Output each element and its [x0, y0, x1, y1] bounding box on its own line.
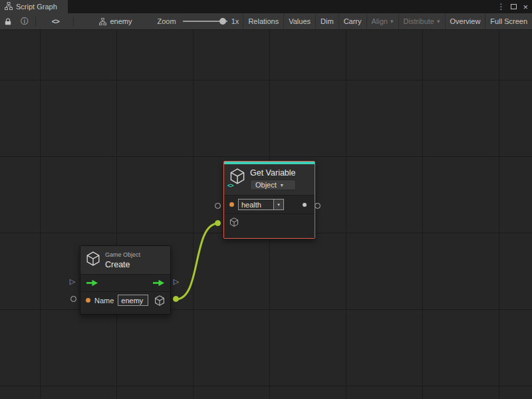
- game-object-cube-icon: [229, 217, 239, 227]
- node-footer: [224, 229, 315, 238]
- toolbar-buttons: Relations Values Dim Carry Align▾ Distri…: [243, 13, 532, 29]
- graph-toolbar: ⓘ <> enemy Zoom 1x Relations Values Dim …: [0, 13, 532, 30]
- get-variable-header: <> Get Variable Object ▾: [224, 164, 315, 195]
- node-title: Get Variable: [250, 168, 296, 178]
- zoom-value: 1x: [231, 17, 239, 25]
- value-port-indicator: [86, 298, 90, 303]
- variable-scope-dropdown[interactable]: Object ▾: [250, 180, 296, 190]
- chevron-down-icon: ▾: [277, 202, 280, 207]
- game-object-output-icon: [154, 295, 165, 306]
- create-object-output-port[interactable]: [173, 296, 179, 302]
- game-object-cube-icon: [86, 251, 100, 269]
- chevron-down-icon: ▾: [390, 18, 394, 25]
- graph-name: enemy: [110, 17, 132, 25]
- flow-out-arrow-icon: [152, 279, 165, 287]
- output-port-indicator: [303, 203, 307, 207]
- zoom-slider[interactable]: [183, 21, 227, 22]
- node-footer: [80, 309, 170, 314]
- window-tab-bar: Script Graph ⋮ ×: [0, 0, 532, 13]
- distribute-button[interactable]: Distribute▾: [398, 13, 445, 29]
- script-graph-icon: [5, 2, 13, 11]
- window-menu-icon[interactable]: ⋮: [497, 2, 505, 11]
- variable-name-input[interactable]: [238, 199, 274, 210]
- node-get-variable[interactable]: <> Get Variable Object ▾ ▾: [223, 161, 315, 239]
- get-variable-object-port[interactable]: [215, 220, 221, 226]
- tab-title: Script Graph: [16, 3, 57, 11]
- object-input-row: [224, 213, 315, 229]
- name-port-label: Name: [94, 297, 114, 305]
- node-create[interactable]: Game Object Create Name: [80, 245, 171, 315]
- create-name-port[interactable]: [70, 296, 76, 302]
- node-category: Game Object: [105, 251, 140, 258]
- maximize-icon[interactable]: [511, 4, 517, 9]
- variable-name-dropdown-button[interactable]: ▾: [274, 199, 284, 210]
- overview-button[interactable]: Overview: [445, 13, 485, 29]
- relations-button[interactable]: Relations: [243, 13, 283, 29]
- name-row: Name: [80, 291, 170, 309]
- variable-name-row: ▾: [224, 195, 315, 213]
- toolbar-separator: [35, 17, 36, 27]
- get-variable-name-port[interactable]: [215, 203, 221, 209]
- code-view-icon[interactable]: <>: [47, 13, 64, 29]
- zoom-label: Zoom: [157, 17, 176, 25]
- chevron-down-icon: ▾: [281, 182, 283, 188]
- create-flow-in-port[interactable]: ▷: [68, 278, 76, 285]
- chevron-down-icon: ▾: [437, 18, 440, 25]
- align-button[interactable]: Align▾: [366, 13, 398, 29]
- name-input[interactable]: [118, 295, 148, 306]
- create-flow-out-port[interactable]: ▷: [172, 278, 180, 285]
- connection-edge[interactable]: [176, 223, 218, 299]
- lock-icon[interactable]: [0, 13, 16, 29]
- info-icon[interactable]: ⓘ: [16, 13, 33, 29]
- get-variable-output-port[interactable]: [315, 203, 321, 209]
- create-header: Game Object Create: [80, 246, 170, 274]
- code-badge-icon: <>: [227, 182, 233, 189]
- value-port-indicator: [229, 202, 234, 207]
- tab-script-graph[interactable]: Script Graph: [0, 0, 68, 13]
- flow-row: [80, 274, 170, 291]
- graph-canvas[interactable]: <> Get Variable Object ▾ ▾: [0, 30, 532, 399]
- values-button[interactable]: Values: [283, 13, 315, 29]
- zoom-slider-handle[interactable]: [219, 18, 226, 25]
- flow-in-arrow-icon: [86, 279, 98, 287]
- toolbar-separator: [73, 17, 74, 27]
- carry-button[interactable]: Carry: [338, 13, 366, 29]
- graph-asset-icon: [99, 18, 106, 25]
- window-controls: ⋮ ×: [497, 0, 528, 13]
- dim-button[interactable]: Dim: [315, 13, 338, 29]
- node-title: Create: [105, 260, 140, 269]
- close-icon[interactable]: ×: [523, 2, 528, 12]
- variable-name-combo: ▾: [238, 199, 284, 210]
- variable-cube-icon: <>: [229, 168, 245, 187]
- graph-name-chip: enemy: [99, 17, 132, 25]
- fullscreen-button[interactable]: Full Screen: [485, 13, 532, 29]
